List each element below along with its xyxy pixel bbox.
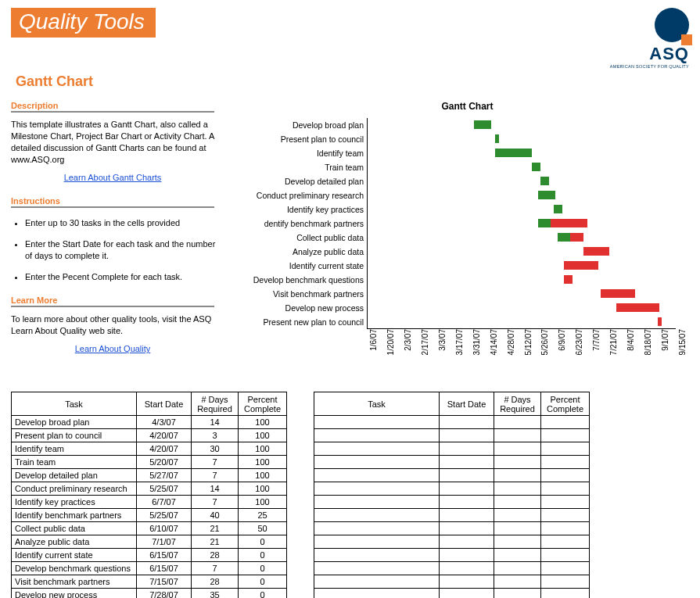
table-row[interactable]: Develop detailed plan5/27/077100 (12, 469, 287, 482)
table-row[interactable]: Identify team4/20/0730100 (12, 442, 287, 456)
cell-start[interactable]: 4/20/07 (137, 429, 192, 442)
table-row[interactable] (314, 509, 590, 522)
table-row[interactable] (314, 442, 590, 456)
cell-task[interactable]: Develop detailed plan (12, 469, 137, 482)
description-text: This template illustrates a Gantt Chart,… (11, 119, 214, 165)
cell-days[interactable]: 7 (192, 456, 239, 469)
cell-days[interactable]: 21 (192, 535, 239, 549)
task-table-blank[interactable]: Task Start Date # Days Required Percent … (314, 392, 590, 598)
cell-days[interactable]: 30 (192, 442, 239, 456)
cell-days[interactable]: 3 (192, 429, 239, 442)
cell-days[interactable]: 7 (192, 469, 239, 482)
cell-pct[interactable]: 50 (239, 522, 287, 535)
cell-task[interactable]: Develop new process (12, 589, 137, 599)
cell-start[interactable]: 5/25/07 (137, 509, 192, 522)
gantt-x-tick: 6/9/07 (558, 329, 566, 351)
cell-start[interactable]: 6/15/07 (137, 562, 192, 575)
cell-days[interactable]: 28 (192, 575, 239, 589)
table-row[interactable]: Develop benchmark questions6/15/0770 (12, 562, 287, 575)
cell-start[interactable]: 5/20/07 (137, 456, 192, 469)
gantt-row-label: Identify current state (246, 259, 367, 273)
cell-pct[interactable]: 0 (239, 535, 287, 549)
cell-pct[interactable]: 100 (239, 416, 287, 429)
learn-quality-link[interactable]: Learn About Quality (11, 344, 214, 353)
cell-start[interactable]: 4/20/07 (137, 442, 192, 456)
table-row[interactable]: Develop broad plan4/3/0714100 (12, 416, 287, 429)
cell-start[interactable]: 7/15/07 (137, 575, 192, 589)
table-row[interactable]: Visit benchmark partners7/15/07280 (12, 575, 287, 589)
cell-pct[interactable]: 100 (239, 469, 287, 482)
cell-task[interactable]: Develop broad plan (12, 416, 137, 429)
cell-task[interactable]: Present plan to council (12, 429, 137, 442)
cell-task[interactable]: Identify key practices (12, 496, 137, 509)
table-row[interactable]: Develop new process7/28/07350 (12, 589, 287, 599)
gantt-x-tick: 8/4/07 (626, 329, 635, 351)
table-row[interactable]: Conduct preliminary research5/25/0714100 (12, 482, 287, 496)
cell-days[interactable]: 21 (192, 522, 239, 535)
cell-start[interactable]: 6/15/07 (137, 549, 192, 562)
learn-gantt-link[interactable]: Learn About Gantt Charts (11, 173, 214, 182)
table-row[interactable]: Identify benchmark partners5/25/074025 (12, 509, 287, 522)
gantt-bar-complete (495, 149, 532, 157)
cell-days[interactable]: 28 (192, 549, 239, 562)
table-row[interactable] (314, 469, 590, 482)
table-row[interactable] (314, 429, 590, 442)
gantt-row-label: Present plan to council (246, 132, 367, 146)
cell-task[interactable]: Conduct preliminary research (12, 482, 137, 496)
cell-days[interactable]: 7 (192, 496, 239, 509)
asq-logo-subtext: AMERICAN SOCIETY FOR QUALITY (610, 64, 689, 69)
cell-start[interactable]: 7/1/07 (137, 535, 192, 549)
col-days: # Days Required (192, 392, 239, 416)
cell-pct[interactable]: 100 (239, 496, 287, 509)
cell-days[interactable]: 40 (192, 509, 239, 522)
table-row[interactable]: Analyze public data7/1/07210 (12, 535, 287, 549)
cell-start[interactable]: 5/27/07 (137, 469, 192, 482)
cell-task[interactable]: Train team (12, 456, 137, 469)
cell-start[interactable]: 6/7/07 (137, 496, 192, 509)
table-row[interactable] (314, 456, 590, 469)
cell-start[interactable]: 4/3/07 (137, 416, 192, 429)
table-row[interactable] (314, 496, 590, 509)
col-pct: Percent Complete (541, 392, 590, 416)
cell-pct[interactable]: 25 (239, 509, 287, 522)
table-row[interactable]: Present plan to council4/20/073100 (12, 429, 287, 442)
cell-pct[interactable]: 0 (239, 575, 287, 589)
cell-days[interactable]: 35 (192, 589, 239, 599)
table-row[interactable] (314, 589, 590, 599)
cell-pct[interactable]: 100 (239, 482, 287, 496)
table-row[interactable]: Collect public data6/10/072150 (12, 522, 287, 535)
cell-task[interactable]: Analyze public data (12, 535, 137, 549)
cell-pct[interactable]: 0 (239, 589, 287, 599)
cell-task[interactable]: Identify current state (12, 549, 137, 562)
gantt-row-label: Develop new process (246, 301, 367, 315)
table-row[interactable] (314, 535, 590, 549)
cell-task[interactable]: Visit benchmark partners (12, 575, 137, 589)
table-row[interactable]: Train team5/20/077100 (12, 456, 287, 469)
table-row[interactable] (314, 562, 590, 575)
cell-pct[interactable]: 0 (239, 562, 287, 575)
task-table-filled[interactable]: Task Start Date # Days Required Percent … (11, 392, 287, 598)
cell-days[interactable]: 7 (192, 562, 239, 575)
cell-pct[interactable]: 0 (239, 549, 287, 562)
asq-logo-icon (655, 8, 689, 42)
table-row[interactable] (314, 416, 590, 429)
cell-task[interactable]: Identify team (12, 442, 137, 456)
cell-days[interactable]: 14 (192, 482, 239, 496)
table-row[interactable] (314, 549, 590, 562)
cell-start[interactable]: 5/25/07 (137, 482, 192, 496)
cell-days[interactable]: 14 (192, 416, 239, 429)
cell-task[interactable]: Collect public data (12, 522, 137, 535)
table-row[interactable] (314, 522, 590, 535)
cell-pct[interactable]: 100 (239, 429, 287, 442)
table-row[interactable] (314, 482, 590, 496)
cell-pct[interactable]: 100 (239, 442, 287, 456)
gantt-row-label: Develop broad plan (246, 118, 367, 132)
cell-task[interactable]: Identify benchmark partners (12, 509, 137, 522)
table-row[interactable]: Identify key practices6/7/077100 (12, 496, 287, 509)
table-row[interactable]: Identify current state6/15/07280 (12, 549, 287, 562)
cell-start[interactable]: 6/10/07 (137, 522, 192, 535)
table-row[interactable] (314, 575, 590, 589)
cell-task[interactable]: Develop benchmark questions (12, 562, 137, 575)
cell-pct[interactable]: 100 (239, 456, 287, 469)
cell-start[interactable]: 7/28/07 (137, 589, 192, 599)
